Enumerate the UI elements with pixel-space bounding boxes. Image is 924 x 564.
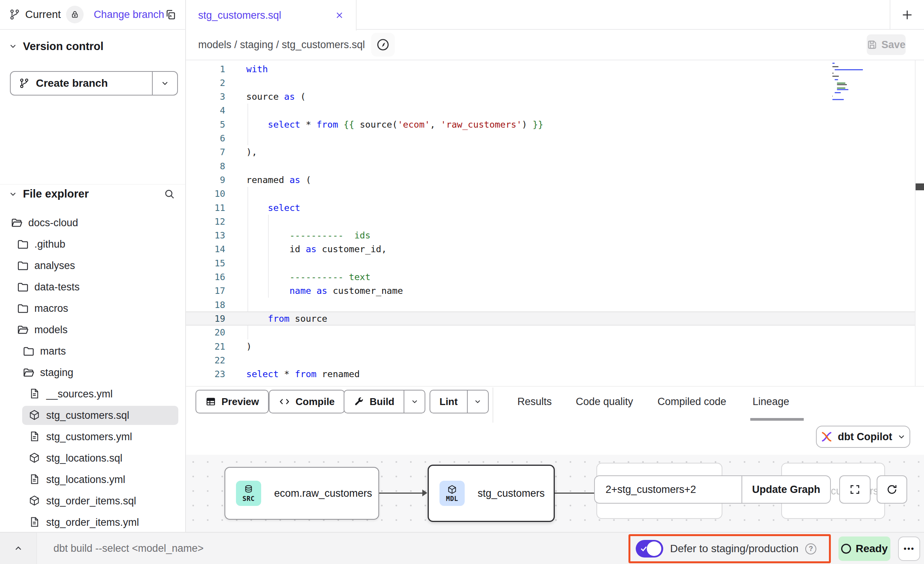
lineage-node-source[interactable]: SRC ecom.raw_customers (225, 467, 379, 520)
help-icon[interactable]: ? (805, 543, 816, 554)
model-badge: MDL (439, 481, 465, 506)
command-input[interactable]: dbt build --select <model_name> (53, 533, 204, 564)
chevron-down-icon (8, 190, 18, 199)
fullscreen-button[interactable] (839, 475, 871, 504)
git-branch-icon (19, 78, 30, 89)
save-button[interactable]: Save (867, 34, 906, 55)
git-branch-icon (9, 9, 21, 20)
minimap-line (835, 69, 863, 70)
lineage-selector-input[interactable]: 2+stg_customers+2 (595, 476, 741, 503)
code-line-21: 21) (186, 339, 915, 353)
search-icon[interactable] (164, 188, 175, 200)
change-branch-link[interactable]: Change branch (94, 9, 164, 21)
tab-compiled-code[interactable]: Compiled code (657, 390, 726, 413)
folder-icon (17, 238, 29, 250)
tree-item-models[interactable]: models (0, 319, 185, 340)
tree-item-.github[interactable]: .github (0, 233, 185, 255)
dbt-copilot-button[interactable]: dbt Copilot (816, 426, 910, 448)
tree-item-label: stg_order_items.sql (46, 495, 136, 507)
minimap (832, 63, 909, 109)
create-branch-dropdown[interactable] (152, 72, 177, 95)
code-line-20: 20 (186, 326, 915, 340)
minimap-line (837, 89, 848, 90)
badge-label: SRC (242, 495, 255, 502)
tree-item-label: marts (40, 345, 66, 357)
lint-button[interactable]: Lint (430, 390, 489, 413)
tab-lineage[interactable]: Lineage (753, 390, 789, 413)
build-label: Build (370, 396, 394, 408)
tree-item-label: data-tests (34, 281, 80, 293)
tab-stg-customers[interactable]: stg_customers.sql (186, 0, 357, 31)
tree-item-stg_order_items.yml[interactable]: stg_order_items.yml (0, 512, 185, 533)
chevron-down-icon (473, 397, 482, 406)
create-branch-button[interactable]: Create branch (10, 71, 178, 96)
compile-button[interactable]: Compile (269, 390, 345, 413)
update-graph-button[interactable]: Update Graph (741, 476, 830, 503)
editor-scrollbar[interactable] (915, 60, 924, 386)
code-icon (279, 396, 290, 407)
build-button[interactable]: Build (344, 390, 425, 413)
dbt-ide-window: Current Change branch Version control (0, 0, 924, 564)
lineage-edge (555, 493, 594, 494)
file-icon (29, 431, 41, 443)
table-icon (205, 396, 216, 407)
tree-item-docs-cloud[interactable]: docs-cloud (0, 212, 185, 233)
main-area: stg_customers.sql models / staging / stg… (186, 0, 924, 532)
refresh-button[interactable] (877, 475, 907, 504)
minimap-line (832, 96, 833, 97)
version-control-section-header[interactable]: Version control (0, 37, 185, 56)
tab-code-quality[interactable]: Code quality (576, 390, 633, 413)
tree-item-macros[interactable]: macros (0, 298, 185, 319)
file-explorer-section-header[interactable]: File explorer (0, 184, 185, 203)
folder-open-icon (17, 324, 29, 336)
file-icon (29, 388, 41, 400)
tree-item-label: stg_locations.yml (46, 474, 125, 486)
code-line-17: 17 name as customer_name (186, 284, 915, 298)
minimap-line (835, 79, 838, 80)
collapse-panel-button[interactable] (0, 533, 37, 564)
refresh-icon (886, 483, 898, 496)
tree-item-staging[interactable]: staging (0, 362, 185, 383)
toggle-knob (647, 541, 661, 556)
tree-item-marts[interactable]: marts (0, 340, 185, 362)
check-icon (640, 545, 648, 553)
source-badge: SRC (236, 481, 261, 506)
tree-item-analyses[interactable]: analyses (0, 255, 185, 276)
node-label: ecom.raw_customers (274, 488, 372, 499)
code-line-19: 19 from source (186, 311, 915, 326)
chevron-down-icon (160, 79, 170, 88)
scrollbar-thumb[interactable] (916, 183, 924, 190)
code-line-3: 3source as ( (186, 90, 915, 104)
lint-dropdown[interactable] (467, 391, 488, 413)
code-editor[interactable]: 1with23source as (45 select * from {{ so… (186, 60, 924, 386)
preview-button[interactable]: Preview (195, 390, 269, 413)
file-explorer-title: File explorer (23, 188, 89, 200)
tree-item-__sources.yml[interactable]: __sources.yml (0, 383, 185, 405)
tree-item-stg_locations.sql[interactable]: stg_locations.sql (0, 447, 185, 469)
lock-icon (71, 10, 79, 19)
new-tab-button[interactable] (890, 0, 924, 30)
code-line-8: 8 (186, 159, 915, 173)
defer-toggle[interactable] (636, 540, 663, 558)
tree-item-label: analyses (34, 260, 75, 272)
lineage-node-stg-customers[interactable]: MDL stg_customers (428, 465, 555, 522)
lineage-canvas[interactable]: SRC ecom.raw_customers MDL stg_customers (186, 455, 924, 532)
chevron-down-icon (8, 42, 18, 51)
close-icon[interactable] (334, 10, 344, 20)
copy-icon[interactable] (165, 8, 177, 21)
badge-label: MDL (446, 495, 458, 502)
tree-item-label: models (34, 324, 68, 336)
open-in-docs-button[interactable] (371, 33, 395, 57)
tree-item-data-tests[interactable]: data-tests (0, 276, 185, 298)
tree-item-stg_customers.sql[interactable]: stg_customers.sql (0, 405, 185, 426)
tree-item-stg_customers.yml[interactable]: stg_customers.yml (0, 426, 185, 447)
code-line-9: 9renamed as ( (186, 173, 915, 187)
more-options-button[interactable]: ••• (898, 536, 920, 561)
tree-item-stg_order_items.sql[interactable]: stg_order_items.sql (0, 490, 185, 512)
tree-item-stg_locations.yml[interactable]: stg_locations.yml (0, 469, 185, 490)
create-branch-label: Create branch (36, 77, 108, 89)
tab-results[interactable]: Results (517, 390, 552, 413)
build-dropdown[interactable] (404, 391, 425, 413)
model-icon (29, 495, 41, 507)
chevron-down-icon (410, 397, 419, 406)
